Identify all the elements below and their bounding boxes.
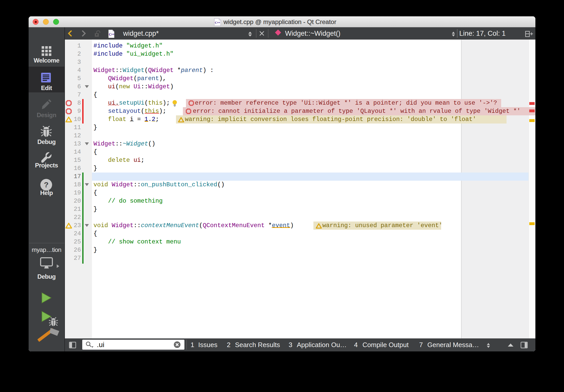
svg-text:?: ?	[44, 180, 49, 189]
svg-text:C: C	[215, 21, 217, 24]
svg-text:++: ++	[111, 33, 114, 36]
svg-text:++: ++	[217, 21, 220, 24]
